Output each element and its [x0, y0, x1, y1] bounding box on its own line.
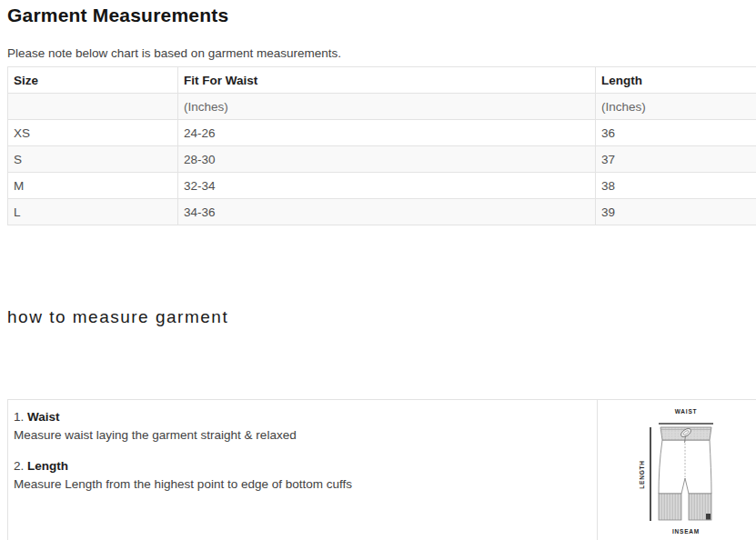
step-title: 1. Waist [14, 408, 588, 426]
measurement-note: Please note below chart is based on garm… [7, 47, 756, 60]
step-length: 2. Length Measure Length from the highes… [14, 457, 588, 494]
page-title: Garment Measurements [7, 4, 756, 27]
size-cell: L [8, 199, 178, 225]
size-cell: M [8, 173, 178, 199]
step-label: Length [27, 459, 68, 473]
size-chart-table: Size Fit For Waist Length (Inches) (Inch… [7, 66, 756, 225]
waist-cell: 24-26 [178, 120, 596, 146]
table-row-l: L 34-36 39 [8, 199, 756, 225]
step-description: Measure waist laying the garment straigh… [14, 426, 588, 445]
size-cell: S [8, 146, 178, 173]
table-row-xs: XS 24-26 36 [8, 120, 756, 146]
pants-measure-diagram-icon: WAIST LENGTH INSEAM [598, 403, 756, 540]
unit-cell-length: (Inches) [596, 94, 756, 120]
step-waist: 1. Waist Measure waist laying the garmen… [14, 408, 588, 445]
table-row-m: M 32-34 38 [8, 173, 756, 199]
column-header-size: Size [8, 67, 178, 94]
step-description: Measure Length from the highest point to… [14, 475, 588, 494]
column-header-length: Length [596, 67, 756, 94]
length-cell: 36 [596, 120, 756, 146]
diagram-length-label: LENGTH [639, 460, 645, 489]
page-content: Garment Measurements Please note below c… [0, 4, 756, 540]
diagram-cell: WAIST LENGTH INSEAM [598, 400, 756, 540]
size-cell: XS [8, 120, 178, 146]
step-label: Waist [27, 410, 60, 424]
waist-cell: 28-30 [178, 146, 596, 173]
waist-cell: 32-34 [178, 173, 596, 199]
measure-instructions-panel: 1. Waist Measure waist laying the garmen… [7, 399, 756, 540]
length-cell: 39 [596, 199, 756, 225]
unit-row: (Inches) (Inches) [8, 94, 756, 120]
diagram-inseam-label: INSEAM [672, 528, 700, 535]
waist-cell: 34-36 [178, 199, 596, 225]
unit-cell-waist: (Inches) [178, 94, 596, 120]
column-header-fit-for-waist: Fit For Waist [178, 67, 596, 94]
table-row-s: S 28-30 37 [8, 146, 756, 173]
measure-steps: 1. Waist Measure waist laying the garmen… [8, 400, 598, 540]
diagram-waist-label: WAIST [675, 408, 698, 415]
step-title: 2. Length [14, 457, 588, 475]
length-cell: 38 [596, 173, 756, 199]
step-number: 1. [14, 410, 24, 424]
header-row: Size Fit For Waist Length [8, 67, 756, 94]
how-to-measure-heading: how to measure garment [7, 307, 756, 327]
step-number: 2. [14, 459, 24, 473]
unit-cell-size [8, 94, 178, 120]
length-cell: 37 [596, 146, 756, 173]
